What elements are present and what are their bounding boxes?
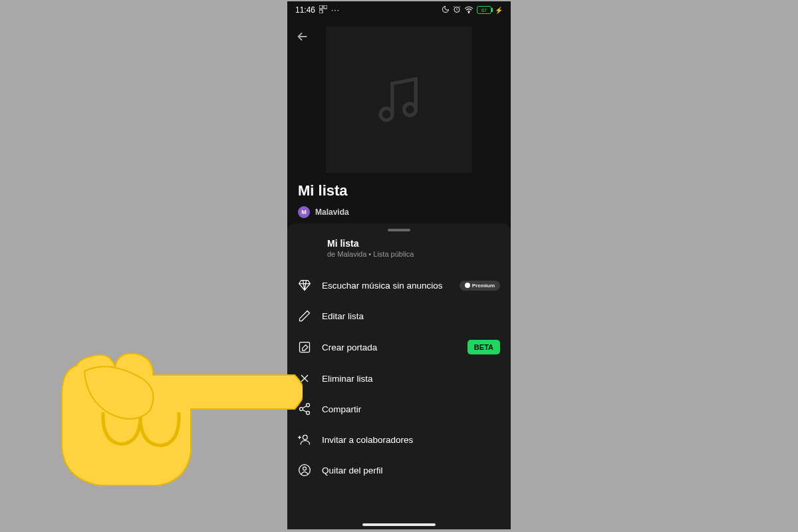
options-sheet: Mi lista de Malavida • Lista pública Esc…	[287, 223, 511, 529]
menu-item-share[interactable]: Compartir	[287, 394, 511, 424]
alarm-icon	[453, 5, 461, 15]
playlist-owner-row[interactable]: M Malavida	[298, 206, 500, 218]
sheet-title: Mi lista	[327, 238, 500, 249]
svg-point-5	[380, 108, 392, 120]
charging-icon: ⚡	[495, 7, 503, 14]
svg-rect-0	[319, 5, 323, 9]
menu-item-delete-list[interactable]: Eliminar lista	[287, 363, 511, 394]
svg-point-13	[303, 467, 307, 470]
sheet-handle[interactable]	[388, 229, 410, 231]
svg-rect-1	[324, 5, 327, 9]
more-dots-icon: ···	[331, 5, 340, 15]
home-indicator[interactable]	[362, 523, 436, 526]
sheet-subtitle: de Malavida • Lista pública	[327, 250, 500, 258]
menu-label: Editar lista	[322, 311, 500, 321]
menu-label: Compartir	[322, 404, 500, 414]
menu-label: Quitar del perfil	[322, 466, 500, 475]
svg-point-6	[404, 103, 416, 115]
beta-badge: BETA	[467, 340, 500, 354]
menu-label: Crear portada	[322, 342, 457, 352]
svg-point-8	[307, 404, 310, 407]
svg-point-11	[303, 435, 308, 440]
svg-point-10	[307, 411, 310, 414]
menu-item-edit-list[interactable]: Editar lista	[287, 301, 511, 331]
menu-item-invite-collaborators[interactable]: Invitar a colaboradores	[287, 424, 511, 455]
menu-item-create-cover[interactable]: Crear portada BETA	[287, 331, 511, 363]
dnd-icon	[442, 5, 450, 15]
playlist-cover	[326, 27, 472, 173]
back-button[interactable]	[295, 29, 310, 47]
menu-label: Escuchar música sin anuncios	[322, 281, 449, 291]
qr-icon	[319, 5, 327, 15]
phone-frame: 11:46 ··· 87 ⚡	[287, 1, 511, 529]
owner-name: Malavida	[315, 207, 349, 217]
wifi-icon	[464, 5, 473, 15]
pointing-hand-annotation	[37, 293, 303, 505]
playlist-info: Mi lista M Malavida	[287, 173, 511, 218]
premium-badge: Premium	[460, 281, 500, 291]
status-time: 11:46	[295, 5, 315, 15]
sheet-header: Mi lista de Malavida • Lista pública	[287, 238, 511, 267]
menu-label: Invitar a colaboradores	[322, 435, 500, 445]
menu-item-listen-no-ads[interactable]: Escuchar música sin anuncios Premium	[287, 270, 511, 301]
svg-point-4	[468, 12, 469, 13]
menu-label: Eliminar lista	[322, 374, 500, 384]
status-left: 11:46 ···	[295, 5, 340, 15]
status-bar: 11:46 ··· 87 ⚡	[287, 1, 511, 19]
svg-rect-2	[319, 10, 323, 13]
diamond-icon	[298, 279, 311, 292]
playlist-header	[287, 19, 511, 173]
playlist-title: Mi lista	[298, 182, 500, 200]
status-right: 87 ⚡	[442, 5, 503, 15]
menu-item-remove-profile[interactable]: Quitar del perfil	[287, 455, 511, 485]
owner-avatar: M	[298, 206, 310, 218]
battery-icon: 87	[477, 6, 491, 14]
